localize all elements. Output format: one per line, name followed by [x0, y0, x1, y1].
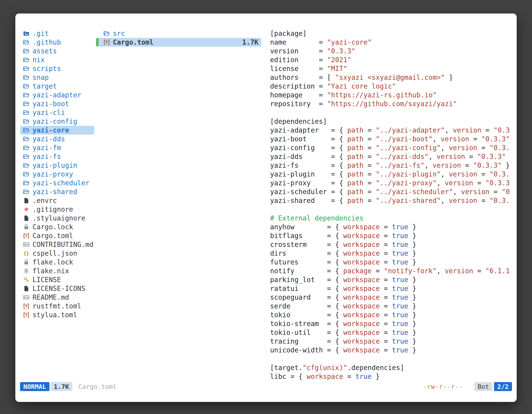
file-name: yazi-plugin: [32, 161, 77, 170]
file-row-cspell.json[interactable]: {}cspell.json: [20, 249, 94, 258]
preview-line: futures = { workspace = true }: [270, 258, 512, 267]
json-icon: {}: [22, 250, 30, 257]
file-row-yazi-core[interactable]: yazi-core: [20, 126, 94, 135]
git-diamond-icon: [22, 206, 30, 213]
cursor-counter-badge: 2/2: [494, 382, 512, 391]
file-row-CONTRIBUTING.md[interactable]: CONTRIBUTING.md: [20, 240, 94, 249]
file-row-snap[interactable]: snap: [20, 73, 94, 82]
file-name: Cargo.lock: [32, 222, 73, 231]
file-row-yazi-boot[interactable]: yazi-boot: [20, 99, 94, 108]
file-row-scripts[interactable]: scripts: [20, 64, 94, 73]
file-row-.gitignore[interactable]: .gitignore: [20, 205, 94, 214]
file-row-.envrc[interactable]: .envrc: [20, 196, 94, 205]
preview-line: dirs = { workspace = true }: [270, 249, 512, 258]
preview-line: name = "yazi-core": [270, 38, 512, 47]
lock-icon: [22, 223, 30, 231]
current-pane: srcCargo.toml1.7K: [96, 29, 261, 382]
file-row-src[interactable]: src: [96, 29, 261, 38]
file-row-yazi-fs[interactable]: yazi-fs: [20, 152, 94, 161]
file-row-Cargo.toml[interactable]: Cargo.toml: [20, 231, 94, 240]
folder-icon: [22, 100, 30, 108]
file-name: LICENSE-ICONS: [32, 284, 85, 293]
file-row-flake.nix[interactable]: flake.nix: [20, 267, 94, 275]
preview-line: edition = "2021": [270, 55, 512, 64]
folder-icon: [22, 144, 30, 152]
folder-icon: [22, 109, 30, 116]
file-row-rustfmt.toml[interactable]: rustfmt.toml: [20, 302, 94, 310]
file-name: Cargo.toml: [32, 231, 73, 240]
file-row-LICENSE-ICONS[interactable]: LICENSE-ICONS: [20, 284, 94, 293]
folder-icon: [22, 83, 30, 90]
folder-icon: [22, 118, 30, 125]
preview-line: anyhow = { workspace = true }: [270, 222, 512, 231]
file-row-flake.lock[interactable]: flake.lock: [20, 258, 94, 267]
file-name: .github: [32, 38, 61, 47]
file-row-yazi-shared[interactable]: yazi-shared: [20, 187, 94, 196]
file-row-yazi-cli[interactable]: yazi-cli: [20, 108, 94, 117]
file-row-yazi-config[interactable]: yazi-config: [20, 117, 94, 126]
file-name: snap: [32, 73, 49, 82]
file-row-yazi-adapter[interactable]: yazi-adapter: [20, 91, 94, 99]
file-size-chip: 1.7K: [50, 382, 72, 391]
file-name: flake.lock: [32, 258, 73, 267]
file-name: nix: [32, 55, 45, 64]
preview-line: [270, 205, 512, 214]
permissions-text: -rw-r--r--: [423, 382, 463, 391]
file-row-.git[interactable]: .git: [20, 29, 94, 38]
svg-text:{}: {}: [23, 251, 29, 256]
file-row-assets[interactable]: assets: [20, 47, 94, 55]
file-name: cspell.json: [32, 249, 77, 258]
file-row-.styluaignore[interactable]: .styluaignore: [20, 214, 94, 222]
folder-icon: [22, 135, 30, 143]
preview-line: yazi-dds = { path = "../yazi-dds", versi…: [270, 152, 512, 161]
file-row-yazi-dds[interactable]: yazi-dds: [20, 135, 94, 143]
file-name: yazi-boot: [32, 99, 69, 108]
file-row-target[interactable]: target: [20, 82, 94, 91]
file-name: yazi-config: [32, 117, 77, 126]
file-row-LICENSE[interactable]: LICENSE: [20, 275, 94, 284]
preview-line: [package]: [270, 29, 512, 38]
preview-line: bitflags = { workspace = true }: [270, 231, 512, 240]
preview-line: [270, 355, 512, 363]
file-row-stylua.toml[interactable]: stylua.toml: [20, 310, 94, 319]
file-row-.github[interactable]: .github: [20, 38, 94, 47]
preview-line: version = "0.3.3": [270, 47, 512, 55]
folder-icon: [22, 162, 30, 169]
preview-line: yazi-proxy = { path = "../yazi-proxy", v…: [270, 179, 512, 187]
file-name: .gitignore: [32, 205, 73, 214]
status-filename: Cargo.toml: [78, 382, 117, 391]
preview-line: authors = [ "sxyazi <sxyazi@gmail.com>" …: [270, 73, 512, 82]
file-row-Cargo.lock[interactable]: Cargo.lock: [20, 222, 94, 231]
file-name: yazi-dds: [32, 135, 65, 143]
folder-icon: [22, 48, 30, 55]
file-name: yazi-fm: [32, 143, 61, 152]
file-name: yazi-proxy: [32, 170, 73, 179]
file-row-Cargo.toml[interactable]: Cargo.toml1.7K: [96, 38, 261, 47]
file-size: 1.7K: [242, 38, 261, 47]
markdown-icon: [22, 241, 30, 248]
file-row-yazi-proxy[interactable]: yazi-proxy: [20, 170, 94, 179]
file-icon: [22, 197, 30, 204]
mode-badge: NORMAL: [20, 382, 49, 391]
toml-icon: [22, 303, 30, 310]
folder-icon: [22, 56, 30, 64]
preview-line: parking_lot = { workspace = true }: [270, 275, 512, 284]
preview-pane: [package]name = "yazi-core"version = "0.…: [270, 29, 512, 382]
file-name: rustfmt.toml: [32, 302, 81, 310]
file-icon: [22, 215, 30, 222]
key-icon: [22, 276, 30, 283]
file-row-yazi-scheduler[interactable]: yazi-scheduler: [20, 179, 94, 187]
file-name: stylua.toml: [32, 310, 77, 319]
file-row-yazi-plugin[interactable]: yazi-plugin: [20, 161, 94, 170]
file-row-README.md[interactable]: README.md: [20, 293, 94, 302]
file-name: .envrc: [32, 196, 57, 205]
preview-line: ratatui = { workspace = true }: [270, 284, 512, 293]
lock-icon: [22, 259, 30, 266]
snowflake-icon: [22, 267, 30, 275]
preview-line: crossterm = { workspace = true }: [270, 240, 512, 249]
yazi-file-manager-window: .git.githubassetsnixscriptssnaptargetyaz…: [15, 13, 517, 402]
file-row-yazi-fm[interactable]: yazi-fm: [20, 143, 94, 152]
file-name: yazi-scheduler: [32, 179, 89, 187]
file-row-nix[interactable]: nix: [20, 55, 94, 64]
file-name: flake.nix: [32, 267, 69, 275]
